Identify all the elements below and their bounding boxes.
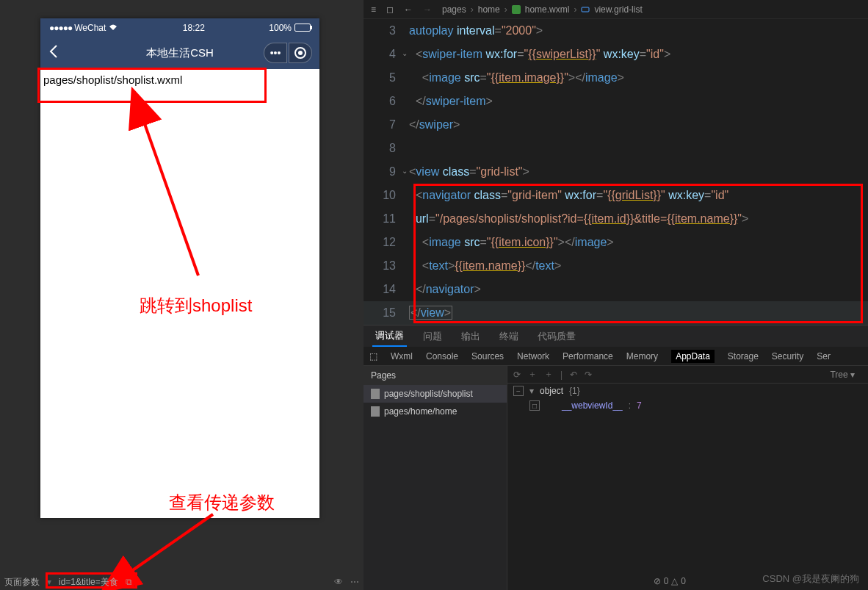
wifi-icon	[108, 23, 118, 33]
object-count: {1}	[569, 386, 580, 396]
object-label: object	[540, 386, 563, 396]
code-line[interactable]: 9⌄<view class="grid-list">	[364, 160, 868, 184]
debug-tabs: 调试器 问题 输出 终端 代码质量	[364, 325, 868, 347]
ctab-wxml[interactable]: Wxml	[391, 351, 413, 361]
capsule-close-button[interactable]	[289, 43, 312, 63]
more-icon[interactable]: ⋯	[350, 577, 359, 587]
console-tabs: ⬚ Wxml Console Sources Network Performan…	[364, 347, 868, 366]
breadcrumb: pages › home › home.wxml › view.grid-lis…	[442, 4, 643, 15]
ctab-performance[interactable]: Performance	[563, 351, 613, 361]
page-label: pages/shoplist/shoplist	[384, 389, 473, 399]
code-editor[interactable]: 3autoplay interval="2000">4⌄ <swiper-ite…	[364, 19, 868, 325]
appdata-column: ⟳ ＋ ＋ | ↶ ↷ Tree ▾ − ▾ object {1} □ __we…	[507, 366, 868, 590]
annotation-box-params	[46, 572, 137, 589]
ctab-sources[interactable]: Sources	[471, 351, 504, 361]
tab-terminal[interactable]: 终端	[496, 327, 521, 346]
ctab-console[interactable]: Console	[426, 351, 458, 361]
eye-icon[interactable]: 👁	[334, 577, 343, 587]
file-icon	[512, 5, 521, 14]
annotation-text-params: 查看传递参数	[169, 491, 275, 514]
editor-panel: ≡ ◻ ← → pages › home › home.wxml › view.…	[364, 0, 868, 590]
carrier-label: WeChat	[74, 23, 106, 33]
simulator-panel: ●●●●● WeChat 18:22 100% 本地生活CSH •••	[0, 0, 364, 590]
error-count: 0	[664, 576, 669, 586]
page-icon	[371, 406, 380, 417]
back-icon[interactable]	[49, 45, 58, 62]
code-line[interactable]: 7</swiper>	[364, 113, 868, 137]
code-line[interactable]: 6 </swiper-item>	[364, 90, 868, 113]
tab-debugger[interactable]: 调试器	[372, 326, 407, 347]
crumb-symbol[interactable]: view.grid-list	[594, 4, 642, 15]
code-line[interactable]: 3autoplay interval="2000">	[364, 19, 868, 43]
menu-icon[interactable]: ≡	[371, 4, 376, 15]
tab-problems[interactable]: 问题	[420, 327, 445, 346]
phone-time: 18:22	[183, 23, 205, 33]
ctab-network[interactable]: Network	[517, 351, 549, 361]
pages-column: Pages pages/shoplist/shoplistpages/home/…	[364, 366, 507, 590]
leaf-icon: □	[529, 400, 540, 411]
battery-percent: 100%	[269, 23, 292, 33]
appdata-toolbar: ⟳ ＋ ＋ | ↶ ↷ Tree ▾	[507, 366, 868, 384]
ctab-storage[interactable]: Storage	[728, 351, 759, 361]
undo-icon[interactable]: ↶	[570, 370, 577, 380]
collapse-icon[interactable]: −	[513, 386, 524, 396]
ctab-sensor[interactable]: Ser	[817, 351, 831, 361]
page-item[interactable]: pages/home/home	[364, 403, 507, 420]
object-row[interactable]: − ▾ object {1}	[507, 384, 868, 398]
page-icon	[371, 389, 380, 399]
bookmark-icon[interactable]: ◻	[386, 4, 394, 15]
warning-icon[interactable]: △	[671, 576, 678, 586]
page-item[interactable]: pages/shoplist/shoplist	[364, 385, 507, 403]
battery-icon	[294, 24, 311, 32]
annotation-text-jump: 跳转到shoplist	[140, 294, 252, 317]
svg-line-1	[129, 514, 213, 573]
redo-icon[interactable]: ↷	[585, 370, 592, 380]
code-line[interactable]: 4⌄ <swiper-item wx:for="{{swiperList}}" …	[364, 43, 868, 66]
ctab-security[interactable]: Security	[772, 351, 803, 361]
property-value: 7	[637, 400, 642, 411]
code-line[interactable]: 5 <image src="{{item.image}}"></image>	[364, 66, 868, 90]
nav-forward-icon[interactable]: →	[423, 4, 432, 15]
page-label: pages/home/home	[384, 406, 457, 417]
svg-rect-2	[582, 7, 589, 12]
nav-back-icon[interactable]: ←	[404, 4, 413, 15]
annotation-box-path	[37, 68, 267, 103]
crumb-folder[interactable]: pages	[442, 4, 466, 15]
annotation-box-code	[413, 184, 863, 323]
ctab-memory[interactable]: Memory	[626, 351, 658, 361]
code-line[interactable]: 8	[364, 137, 868, 160]
phone-nav-bar: 本地生活CSH •••	[40, 37, 319, 69]
symbol-icon	[581, 5, 590, 14]
warning-count: 0	[681, 576, 686, 586]
object-property-row[interactable]: □ __webviewId__ : 7	[507, 398, 868, 413]
page-params-label[interactable]: 页面参数	[4, 576, 40, 589]
phone-simulator: ●●●●● WeChat 18:22 100% 本地生活CSH •••	[40, 18, 319, 518]
add-icon[interactable]: ＋	[544, 368, 553, 381]
signal-dots: ●●●●●	[49, 23, 72, 33]
refresh-icon[interactable]: ⟳	[513, 370, 521, 380]
tab-output[interactable]: 输出	[458, 327, 483, 346]
pages-header: Pages	[364, 366, 507, 385]
phone-status-bar: ●●●●● WeChat 18:22 100%	[40, 18, 319, 37]
crumb-file[interactable]: home.wxml	[525, 4, 570, 15]
tree-dropdown[interactable]: Tree ▾	[830, 370, 855, 380]
error-icon[interactable]: ⊘	[654, 576, 661, 586]
capsule-menu-button[interactable]: •••	[264, 43, 287, 63]
editor-toolbar: ≡ ◻ ← → pages › home › home.wxml › view.…	[364, 0, 868, 19]
inspect-icon[interactable]: ⬚	[369, 351, 377, 361]
debug-body: Pages pages/shoplist/shoplistpages/home/…	[364, 366, 868, 590]
tab-codequality[interactable]: 代码质量	[535, 327, 579, 346]
ctab-appdata[interactable]: AppData	[671, 350, 715, 363]
add-icon[interactable]: ＋	[528, 368, 537, 381]
property-key: __webviewId__	[562, 400, 623, 411]
watermark: CSDN @我是夜阑的狗	[762, 572, 859, 586]
nav-title: 本地生活CSH	[146, 46, 214, 60]
crumb-folder[interactable]: home	[478, 4, 500, 15]
